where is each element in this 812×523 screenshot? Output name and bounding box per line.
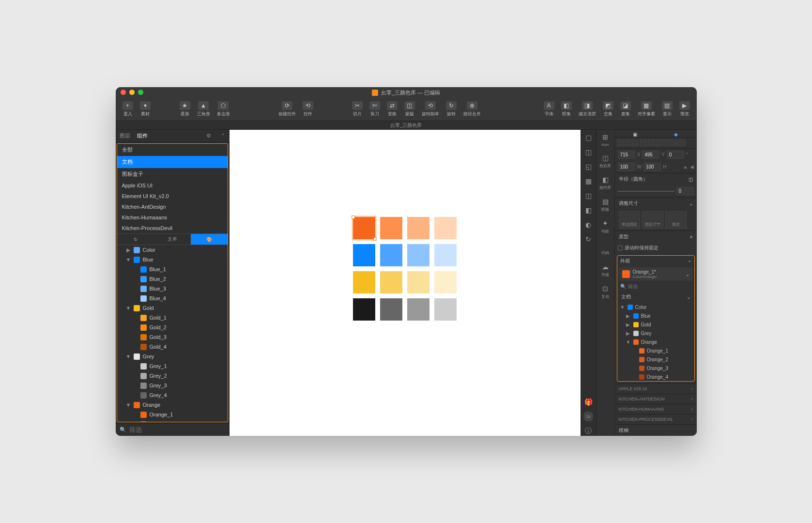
tree-row[interactable]: Grey_3 — [117, 381, 228, 390]
help-icon[interactable]: ⓘ — [583, 426, 593, 436]
gift-icon[interactable]: 🎁 — [583, 397, 593, 407]
toolbar-button[interactable]: ⟲旋转副本 — [419, 100, 442, 118]
library-item[interactable]: Kitchen-AntDesign — [117, 201, 228, 212]
tree-row[interactable]: ▼Grey — [117, 352, 228, 361]
tab-shape[interactable]: ◆ — [656, 130, 697, 137]
tool-strip-item[interactable]: 代码 — [598, 241, 612, 256]
tree-row[interactable]: Orange_1 — [117, 410, 228, 419]
toolbar-button[interactable]: ▲三角形 — [194, 100, 213, 118]
y-input[interactable] — [642, 151, 659, 159]
canvas-swatch[interactable] — [407, 298, 429, 321]
align-btn[interactable] — [679, 139, 686, 146]
scroll-fix-row[interactable]: 滚动时保持固定 — [615, 243, 697, 253]
canvas-swatch[interactable] — [353, 271, 375, 293]
plus-icon[interactable]: + — [690, 234, 693, 240]
tree-row[interactable]: Orange_2 — [117, 419, 228, 422]
tool-strip-item[interactable]: ◧组件库 — [598, 175, 612, 190]
tree-row[interactable]: Blue_1 — [117, 264, 228, 274]
inspector-lib-row[interactable]: KITCHEN-HUMAAANS› — [615, 404, 697, 414]
toolbar-button[interactable]: ◫蒙版 — [401, 100, 418, 118]
align-btn[interactable] — [625, 139, 631, 146]
toolbar-button[interactable]: ◧联集 — [558, 100, 575, 118]
tree-row[interactable]: Gold_1 — [117, 313, 228, 323]
library-item[interactable]: 图标盒子 — [117, 168, 228, 180]
appearance-tree-row[interactable]: Orange_1 — [617, 346, 694, 355]
r-input[interactable] — [667, 151, 684, 159]
tool-strip-item[interactable]: ◫色彩库 — [598, 154, 612, 169]
toolbar-button[interactable]: ▤显示 — [659, 100, 675, 118]
tree-row[interactable]: ▼Orange — [117, 400, 228, 410]
tree-row[interactable]: Gold_4 — [117, 342, 228, 352]
toolbar-button[interactable]: ✄剪刀 — [367, 100, 383, 118]
tab-components[interactable]: 组件 — [137, 132, 148, 139]
appearance-tree-row[interactable]: ▶Gold — [617, 320, 694, 329]
align-btn[interactable] — [663, 139, 670, 146]
canvas-swatch[interactable] — [407, 271, 429, 293]
collapse-icon[interactable]: ⌃ — [221, 133, 225, 139]
inspector-lib-row[interactable]: KITCHEN-ANTDESIGN› — [615, 394, 697, 404]
radius-input[interactable] — [676, 187, 694, 195]
appearance-tree-row[interactable]: Orange_4 — [617, 372, 694, 381]
tree-row[interactable]: Gold_2 — [117, 323, 228, 332]
flip-v-icon[interactable]: ◀ — [690, 164, 694, 169]
appearance-tree-row[interactable]: ▶Blue — [617, 311, 694, 320]
toolbar-button[interactable]: ⬠多边形 — [214, 100, 233, 118]
canvas-swatch[interactable] — [380, 271, 402, 293]
toolbar-button[interactable]: ◨减去顶层 — [576, 100, 599, 118]
appearance-tree-row[interactable]: Orange_3 — [617, 364, 694, 372]
panel-icon[interactable]: ◧ — [583, 205, 593, 215]
current-swatch[interactable]: Orange_1* Color/Orange/ ⌄ — [619, 267, 692, 281]
tree-row[interactable]: ▼Blue — [117, 255, 228, 264]
align-btn[interactable] — [640, 139, 647, 146]
toolbar-button[interactable]: ▶预览 — [676, 100, 693, 118]
align-btn[interactable] — [648, 139, 655, 146]
library-item[interactable]: Apple iOS UI — [117, 180, 228, 191]
align-btn[interactable] — [617, 139, 624, 146]
canvas-swatch[interactable] — [380, 244, 402, 266]
align-btn[interactable] — [632, 139, 639, 146]
tree-row[interactable]: Grey_2 — [117, 371, 228, 381]
canvas-swatch[interactable] — [380, 217, 402, 239]
appearance-tree-row[interactable]: ▼Orange — [617, 338, 694, 346]
toolbar-button[interactable]: ✂切片 — [349, 100, 366, 118]
x-input[interactable] — [618, 151, 635, 159]
toggle-text[interactable]: 文本 — [154, 234, 191, 245]
resize-option[interactable]: 靠边固定 — [619, 211, 640, 229]
library-item[interactable]: 全部 — [117, 144, 228, 156]
appearance-tree-row[interactable]: ▶Grey — [617, 329, 694, 338]
canvas-swatch[interactable] — [353, 244, 375, 266]
radius-mode-icon[interactable]: ◫ — [689, 177, 693, 182]
tree-row[interactable]: Gold_3 — [117, 332, 228, 342]
panel-icon[interactable]: ▢ — [583, 133, 593, 142]
panel-icon[interactable]: ◱ — [583, 162, 593, 171]
toolbar-button[interactable]: ▾素材 — [137, 100, 153, 118]
toolbar-button[interactable]: ⟲控件 — [300, 100, 316, 118]
canvas-swatch[interactable] — [380, 298, 402, 321]
minimize-icon[interactable] — [129, 90, 135, 95]
tool-strip-item[interactable]: ▤模版 — [598, 197, 612, 212]
doc-header[interactable]: 文档 — [621, 293, 631, 300]
toggle-link[interactable]: ↻ — [117, 234, 154, 245]
chevron-down-icon[interactable]: ⌄ — [686, 272, 689, 277]
library-item[interactable]: Element UI Kit_v2.0 — [117, 191, 228, 201]
canvas-swatch[interactable] — [353, 298, 375, 321]
flip-h-icon[interactable]: ▲ — [683, 164, 688, 169]
resize-option[interactable]: 固定尺寸 — [642, 211, 663, 229]
toolbar-button[interactable]: ★星形 — [177, 100, 193, 118]
inspector-lib-row[interactable]: APPLE IOS UI› — [615, 384, 697, 394]
chevron-down-icon[interactable]: ⌄ — [689, 201, 693, 206]
panel-icon[interactable]: ↻ — [583, 234, 593, 244]
canvas-swatch[interactable] — [434, 217, 457, 239]
checkbox[interactable] — [618, 246, 623, 250]
library-item[interactable]: Kitchen-ProcessDevil — [117, 223, 228, 233]
panel-icon[interactable]: ◫ — [583, 191, 593, 200]
tool-strip-item[interactable]: ⊞icon — [598, 133, 612, 147]
canvas-swatch[interactable] — [353, 217, 375, 239]
zoom-badge[interactable]: 1x — [583, 412, 593, 421]
tree-row[interactable]: Grey_1 — [117, 361, 228, 371]
panel-icon[interactable]: ▦ — [583, 176, 593, 186]
toolbar-button[interactable]: ↻旋转 — [443, 100, 460, 118]
document-tab[interactable]: 幺零_三颜色库 — [116, 121, 697, 130]
appearance-tree-row[interactable]: ▼Color — [617, 303, 694, 311]
canvas-swatch[interactable] — [434, 244, 457, 266]
